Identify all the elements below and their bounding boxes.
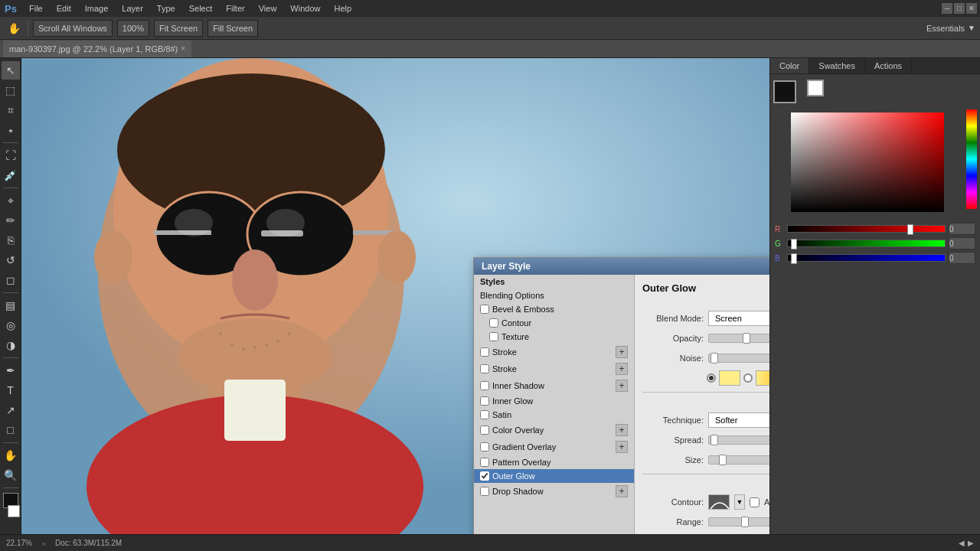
clone-stamp-button[interactable]: ⎘ [2,231,20,249]
bevel-emboss-item[interactable]: Bevel & Emboss [474,302,634,316]
drop-shadow-item[interactable]: Drop Shadow + [474,483,634,500]
status-icon[interactable]: ⬦ [41,539,46,547]
menu-file[interactable]: File [23,2,49,15]
marquee-tool-button[interactable]: ⬚ [2,81,20,99]
texture-item[interactable]: Texture [474,330,634,344]
play-back-button[interactable]: ◀ [959,539,965,547]
hand-tool-icon[interactable]: ✋ [5,19,23,37]
solid-color-radio[interactable] [707,373,716,383]
background-color-swatch[interactable] [8,505,20,517]
path-selection-button[interactable]: ↗ [2,401,20,419]
menu-window[interactable]: Window [284,2,326,15]
scroll-all-windows-button[interactable]: Scroll All Windows [33,20,113,37]
menu-select[interactable]: Select [183,2,219,15]
outer-glow-checkbox[interactable] [480,471,489,481]
blur-tool-button[interactable]: ◎ [2,316,20,334]
healing-brush-button[interactable]: ⌖ [2,191,20,210]
stroke-item-2[interactable]: Stroke + [474,360,634,377]
type-tool-button[interactable]: T [2,381,20,399]
gradient-color-bar[interactable] [756,370,769,386]
b-slider[interactable] [787,254,946,262]
stroke-1-plus-button[interactable]: + [616,346,628,358]
minimize-button[interactable]: ─ [942,3,952,14]
outer-glow-item[interactable]: Outer Glow [474,469,634,483]
satin-item[interactable]: Satin [474,408,634,422]
range-slider[interactable] [708,517,769,527]
gradient-overlay-item[interactable]: Gradient Overlay + [474,439,634,455]
contour-preview-swatch[interactable] [708,494,730,510]
r-slider[interactable] [787,225,946,233]
g-slider[interactable] [787,240,946,247]
gradient-tool-button[interactable]: ▤ [2,296,20,315]
brush-tool-button[interactable]: ✏ [2,211,20,230]
eraser-tool-button[interactable]: ◻ [2,271,20,289]
crop-tool-button[interactable]: ⛶ [2,146,20,165]
opacity-slider[interactable] [708,334,769,343]
anti-aliased-checkbox[interactable] [750,497,760,507]
history-brush-button[interactable]: ↺ [2,251,20,269]
color-gradient-picker[interactable] [791,112,944,212]
menu-edit[interactable]: Edit [51,2,77,15]
stroke-item-1[interactable]: Stroke + [474,344,634,360]
zoom-value-button[interactable]: 100% [117,20,149,37]
menu-layer[interactable]: Layer [116,2,149,15]
shape-tool-button[interactable]: □ [2,421,20,439]
foreground-color-chip[interactable] [773,80,796,103]
pattern-overlay-checkbox[interactable] [480,458,489,467]
menu-view[interactable]: View [253,2,283,15]
background-color-chip[interactable] [807,80,824,96]
move-tool-button[interactable]: ↖ [2,61,20,80]
noise-slider[interactable] [708,354,769,363]
close-button[interactable]: ✕ [966,3,977,14]
magic-wand-tool-button[interactable]: ⭑ [2,121,20,139]
tab-close-button[interactable]: × [181,44,185,53]
styles-header[interactable]: Styles [474,275,634,289]
stroke-2-plus-button[interactable]: + [616,363,628,375]
contour-item[interactable]: Contour [474,316,634,330]
drop-shadow-plus-button[interactable]: + [616,485,628,497]
color-overlay-item[interactable]: Color Overlay + [474,422,634,439]
inner-shadow-item[interactable]: Inner Shadow + [474,377,634,394]
menu-filter[interactable]: Filter [220,2,250,15]
gradient-radio[interactable] [743,373,753,383]
technique-select[interactable]: Softer [708,412,769,428]
blending-options-item[interactable]: Blending Options [474,289,634,302]
color-tab[interactable]: Color [770,58,809,73]
hand-pan-button[interactable]: ✋ [2,446,20,465]
fill-screen-button[interactable]: Fill Screen [207,20,258,37]
gradient-overlay-plus-button[interactable]: + [616,441,628,453]
essentials-dropdown-icon[interactable]: ▼ [968,24,975,32]
inner-shadow-plus-button[interactable]: + [616,380,628,392]
menu-image[interactable]: Image [79,2,115,15]
gradient-overlay-checkbox[interactable] [480,442,489,452]
contour-arrow-button[interactable]: ▼ [734,494,745,510]
eyedropper-tool-button[interactable]: 💉 [2,166,20,184]
stroke-1-checkbox[interactable] [480,347,489,357]
menu-help[interactable]: Help [328,2,358,15]
satin-checkbox[interactable] [480,410,489,419]
lasso-tool-button[interactable]: ⌗ [2,101,20,119]
swatches-tab[interactable]: Swatches [809,58,865,73]
size-slider[interactable] [708,455,769,465]
document-tab[interactable]: man-930397.jpg @ 22.2% (Layer 1, RGB/8#)… [3,41,191,57]
menu-type[interactable]: Type [151,2,181,15]
r-input[interactable] [949,223,975,235]
color-overlay-checkbox[interactable] [480,425,489,435]
spread-slider[interactable] [708,435,769,445]
drop-shadow-checkbox[interactable] [480,487,489,496]
pattern-overlay-item[interactable]: Pattern Overlay [474,455,634,469]
hue-strip[interactable] [966,109,977,209]
zoom-tool-button[interactable]: 🔍 [2,466,20,484]
inner-glow-checkbox[interactable] [480,396,489,406]
texture-checkbox[interactable] [489,332,498,341]
inner-glow-item[interactable]: Inner Glow [474,394,634,408]
b-input[interactable] [949,252,975,264]
glow-color-swatch[interactable] [719,370,740,386]
contour-checkbox[interactable] [489,318,498,328]
color-overlay-plus-button[interactable]: + [616,424,628,436]
dodge-tool-button[interactable]: ◑ [2,336,20,354]
fit-screen-button[interactable]: Fit Screen [154,20,203,37]
pen-tool-button[interactable]: ✒ [2,361,20,380]
g-input[interactable] [949,237,975,249]
canvas-area[interactable]: Layer Style ✕ Styles Blending Options [21,58,769,534]
